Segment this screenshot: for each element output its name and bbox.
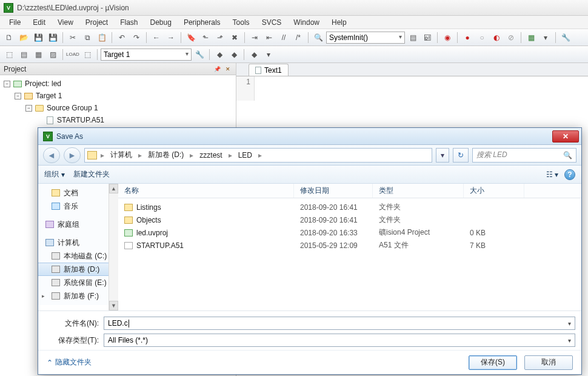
place-music[interactable]: 音乐 [38,200,118,213]
debug-icon[interactable]: ◉ [441,31,454,44]
chevron-right-icon[interactable]: ▸ [99,151,105,159]
collapse-icon[interactable]: − [4,81,10,87]
breakpoint-enable-icon[interactable]: ○ [475,31,489,44]
uncomment-icon[interactable]: /* [292,31,305,44]
place-drive-e[interactable]: 系统保留 (E:) [38,276,118,289]
rebuild-icon[interactable]: ▦ [32,48,45,61]
find-next-icon[interactable]: ▤ [406,31,419,44]
search-icon[interactable]: 🔍 [563,151,572,159]
menu-project[interactable]: Project [80,17,113,28]
bookmark-icon[interactable]: 🔖 [184,31,198,44]
breakpoint-insert-icon[interactable]: ● [461,31,474,44]
menu-file[interactable]: File [4,17,26,28]
editor-body[interactable]: 1 [236,76,588,101]
menu-peripherals[interactable]: Peripherals [178,17,226,28]
target-options-icon[interactable]: 🔧 [193,48,206,61]
col-type[interactable]: 类型 [373,184,464,198]
new-file-icon[interactable]: 🗋 [2,31,16,44]
menu-debug[interactable]: Debug [145,17,177,28]
file-row[interactable]: Objects2018-09-20 16:41文件夹 [118,213,581,226]
window-icon[interactable]: ▦ [524,31,538,44]
breakpoint-disable-icon[interactable]: ◐ [490,31,503,44]
breadcrumb-drive[interactable]: 新加卷 (D:) [143,149,189,162]
organize-button[interactable]: 组织 ▾ [44,169,65,180]
expand-icon[interactable]: ▸ [42,293,47,299]
tree-target[interactable]: − Target 1 [1,90,235,102]
new-folder-button[interactable]: 新建文件夹 [73,169,110,180]
menu-tools[interactable]: Tools [227,17,255,28]
hide-folders-link[interactable]: ⌃ 隐藏文件夹 [47,357,92,368]
place-drive-c[interactable]: 本地磁盘 (C:) [38,249,118,263]
menu-window[interactable]: Window [288,17,325,28]
find-combo[interactable]: SystemInit() [326,32,405,44]
nav-back-button[interactable]: ◄ [43,147,60,163]
breadcrumb-folder2[interactable]: LED [233,149,257,162]
close-button[interactable]: ✕ [552,130,579,143]
menu-edit[interactable]: Edit [27,17,51,28]
redo-icon[interactable]: ↷ [130,31,143,44]
indent-icon[interactable]: ⇥ [248,31,261,44]
open-file-icon[interactable]: 📂 [17,31,30,44]
comment-icon[interactable]: // [277,31,290,44]
file-row[interactable]: Listings2018-09-20 16:41文件夹 [118,201,581,213]
bookmark-clear-icon[interactable]: ✖ [228,31,241,44]
breadcrumb-bar[interactable]: ▸ 计算机 ▸ 新加卷 (D:) ▸ zzztest ▸ LED ▸ [84,148,432,163]
paste-icon[interactable]: 📋 [95,31,109,44]
scroll-thumb[interactable] [109,193,118,301]
pane-close-icon[interactable]: ✕ [224,65,232,73]
scroll-up-icon[interactable]: ▲ [109,184,118,193]
stop-build-icon[interactable]: ⬚ [81,48,94,61]
bookmark-prev-icon[interactable]: ⬑ [199,31,212,44]
file-row[interactable]: led.uvproj2018-09-20 16:33礦ision4 Projec… [118,226,581,239]
help-button[interactable]: ? [564,169,575,180]
places-scrollbar[interactable]: ▲ ▼ [109,184,118,311]
nav-forward-button[interactable]: ► [64,147,81,163]
menu-view[interactable]: View [52,17,79,28]
batch-build-icon[interactable]: ▨ [46,48,59,61]
save-icon[interactable]: 💾 [32,31,45,44]
select-packs-icon[interactable]: ◆ [227,48,241,61]
chevron-right-icon[interactable]: ▸ [137,151,143,159]
breakpoint-kill-icon[interactable]: ⊘ [504,31,518,44]
configure-icon[interactable]: 🔧 [559,31,572,44]
breadcrumb-folder1[interactable]: zzztest [195,149,227,162]
place-documents[interactable]: 文档 [38,186,118,200]
scroll-down-icon[interactable]: ▼ [109,301,118,311]
copy-icon[interactable]: ⧉ [81,31,94,44]
undo-icon[interactable]: ↶ [115,31,129,44]
toolbar2-dropdown-icon[interactable]: ▾ [262,48,275,61]
menu-help[interactable]: Help [326,17,352,28]
collapse-icon[interactable]: − [15,93,21,99]
place-homegroup[interactable]: 家庭组 [38,218,118,231]
breadcrumb-computer[interactable]: 计算机 [105,149,137,162]
target-combo[interactable]: Target 1 [101,49,192,61]
chevron-right-icon[interactable]: ▸ [257,151,263,159]
collapse-icon[interactable]: − [25,105,32,112]
chevron-right-icon[interactable]: ▸ [189,151,195,159]
filetype-select[interactable]: All Files (*.*) [104,334,575,347]
file-row[interactable]: STARTUP.A512015-05-29 12:09A51 文件7 KB [118,239,581,252]
cancel-button[interactable]: 取消 [524,355,573,370]
nav-fwd-icon[interactable]: → [164,31,178,44]
breadcrumb-dropdown-button[interactable]: ▾ [436,148,449,163]
file-list[interactable]: Listings2018-09-20 16:41文件夹Objects2018-0… [118,198,581,311]
tree-group[interactable]: − Source Group 1 [1,102,235,114]
col-size[interactable]: 大小 [464,184,524,198]
pack-installer-icon[interactable]: ◆ [247,48,261,61]
place-drive-f[interactable]: ▸新加卷 (F:) [38,289,118,303]
tree-file[interactable]: STARTUP.A51 [1,114,235,126]
translate-icon[interactable]: ⬚ [2,48,16,61]
outdent-icon[interactable]: ⇤ [262,31,276,44]
save-button[interactable]: 保存(S) [469,355,517,370]
find-icon[interactable]: 🔍 [312,31,325,44]
pane-pin-icon[interactable]: 📌 [213,65,221,73]
cut-icon[interactable]: ✂ [66,31,79,44]
bookmark-next-icon[interactable]: ⬏ [213,31,227,44]
menu-flash[interactable]: Flash [115,17,143,28]
menu-svcs[interactable]: SVCS [256,17,287,28]
place-drive-d[interactable]: 新加卷 (D:) [38,263,118,276]
chevron-right-icon[interactable]: ▸ [227,151,233,159]
view-mode-button[interactable]: ☷ ▾ [546,170,558,179]
find-in-files-icon[interactable]: 🗟 [421,31,434,44]
col-name[interactable]: 名称 [118,184,294,198]
